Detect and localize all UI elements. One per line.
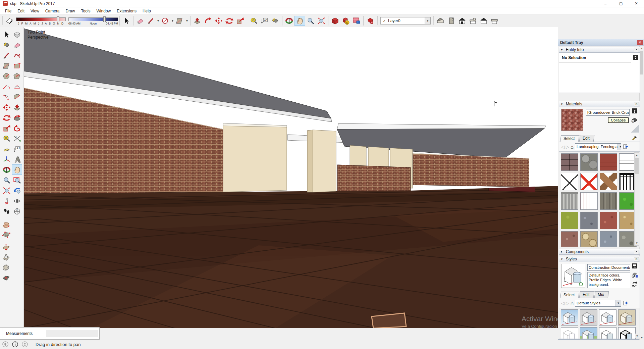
select-tool-icon[interactable] <box>1 29 12 40</box>
dropdown-arrow-icon[interactable]: ▼ <box>618 144 621 150</box>
materials-collection-dropdown[interactable]: Landscaping, Fencing a ▼ <box>575 143 621 150</box>
menu-camera[interactable]: Camera <box>42 8 63 14</box>
swatch-weathered-plank[interactable] <box>600 192 617 210</box>
view-front-icon[interactable] <box>457 16 468 26</box>
swatch-grass-olive[interactable] <box>561 212 578 229</box>
3d-text-tool-icon[interactable] <box>12 154 22 164</box>
walk-tool-icon[interactable] <box>1 206 12 216</box>
shadows-toggle-icon[interactable] <box>4 16 15 26</box>
menu-window[interactable]: Window <box>94 8 114 14</box>
shadow-time-handle[interactable] <box>103 16 106 22</box>
create-material-icon[interactable]: + <box>631 117 638 124</box>
swatch-safety-fence[interactable] <box>580 173 598 190</box>
paint-bucket-tool-icon[interactable] <box>1 40 12 50</box>
scroll-up-icon[interactable]: ▲ <box>640 46 644 51</box>
scale-tool-icon[interactable] <box>1 123 12 133</box>
two-point-arc-tool-icon[interactable] <box>12 81 22 92</box>
home-icon[interactable]: ⌂ <box>571 144 574 150</box>
dropdown-arrow-icon[interactable]: ▼ <box>615 300 621 306</box>
shadow-date-handle[interactable] <box>57 16 59 22</box>
maximize-button[interactable]: ▢ <box>613 0 629 7</box>
forward-arrow-icon[interactable]: ▷ <box>566 144 569 149</box>
view-back-icon[interactable] <box>478 16 489 26</box>
style-sketchy-white[interactable] <box>561 327 578 339</box>
menu-tools[interactable]: Tools <box>78 8 94 14</box>
rectangle-tool-dropdown-icon[interactable]: ▼ <box>185 16 189 26</box>
scroll-down-icon[interactable]: ▼ <box>635 334 639 338</box>
follow-me-tool-icon[interactable] <box>203 16 213 26</box>
home-icon[interactable]: ⌂ <box>571 300 574 306</box>
styles-tab-edit[interactable]: Edit <box>579 291 594 298</box>
pan-tool-icon[interactable] <box>12 164 22 175</box>
stamp-tool-icon[interactable] <box>1 252 11 262</box>
arc-tool-icon[interactable] <box>1 81 12 92</box>
details-arrow-icon[interactable] <box>623 143 629 150</box>
swatch-white-picket[interactable] <box>580 192 598 210</box>
add-detail-tool-icon[interactable] <box>1 272 11 283</box>
paint-bucket-tool-icon[interactable] <box>270 16 281 26</box>
style-grey-background[interactable] <box>580 309 597 326</box>
swatch-grey-wood-fence[interactable] <box>561 192 578 210</box>
dimensions-tool-icon[interactable]: 3 <box>12 133 22 144</box>
create-style-icon[interactable]: + <box>631 272 638 279</box>
toggle-details-icon[interactable] <box>633 55 638 61</box>
tray-title-bar[interactable]: Default Tray ✕ <box>558 39 644 46</box>
close-button[interactable]: ✕ <box>629 0 644 7</box>
user-icon[interactable] <box>21 341 28 348</box>
view-left-icon[interactable] <box>489 16 500 26</box>
zoom-tool-icon[interactable] <box>1 175 12 185</box>
style-preview[interactable] <box>561 264 585 288</box>
swatch-crushed-pink[interactable] <box>561 231 578 247</box>
swatch-red-brick[interactable] <box>600 153 617 171</box>
shadow-time-slider[interactable]: 06:43 AM Noon 04:45 PM <box>68 16 118 25</box>
menu-extensions[interactable]: Extensions <box>114 8 140 14</box>
minimize-button[interactable]: – <box>598 0 613 7</box>
orbit-tool-icon[interactable] <box>284 16 294 26</box>
smoove-tool-icon[interactable] <box>1 242 11 252</box>
look-around-tool-icon[interactable] <box>12 196 22 206</box>
zoom-extents-tool-icon[interactable] <box>1 185 12 196</box>
scroll-down-icon[interactable]: ▼ <box>635 241 639 245</box>
rectangle-tool-icon[interactable] <box>174 16 185 26</box>
materials-header[interactable]: ▼ Materials ✕ <box>559 101 640 107</box>
circle-tool-icon[interactable] <box>1 71 12 81</box>
components-close-icon[interactable]: ✕ <box>634 250 639 254</box>
arc-tool-dropdown-icon[interactable]: ▼ <box>171 16 174 26</box>
swatch-pebbles[interactable] <box>580 231 598 247</box>
swatch-wood-cross[interactable] <box>600 173 617 190</box>
swatch-gravel-blue[interactable] <box>600 231 617 247</box>
from-contours-tool-icon[interactable] <box>1 220 11 230</box>
tray-scroll-thumb[interactable] <box>640 51 643 74</box>
tray-close-icon[interactable]: ✕ <box>637 40 643 45</box>
toolbar-grip[interactable] <box>1 16 3 25</box>
styles-collection-dropdown[interactable]: Default Styles ▼ <box>575 300 621 307</box>
swatch-grey-cobblestone[interactable] <box>580 153 598 171</box>
style-sky-background[interactable] <box>561 309 578 326</box>
model-viewport[interactable]: Two Point Perspective <box>24 27 558 328</box>
from-scratch-tool-icon[interactable] <box>1 230 11 240</box>
styles-header[interactable]: ▼ Styles ✕ <box>559 256 640 262</box>
zoom-tool-icon[interactable] <box>305 16 316 26</box>
swatch-gravel-grey[interactable] <box>580 212 598 229</box>
styles-close-icon[interactable]: ✕ <box>634 257 639 261</box>
expand-arrow-icon[interactable]: ► <box>560 250 564 253</box>
axes-tool-icon[interactable] <box>1 154 12 164</box>
toolbar-grip[interactable] <box>433 16 435 25</box>
style-sky-and-ground[interactable] <box>580 327 597 339</box>
material-name-field[interactable]: [Groundcover Brick Crushe <box>586 109 630 116</box>
update-style-icon[interactable] <box>632 281 638 289</box>
move-tool-icon[interactable] <box>1 102 12 112</box>
back-arrow-icon[interactable]: ◁ <box>561 301 565 306</box>
secondary-pane-icon[interactable] <box>632 108 637 115</box>
components-header[interactable]: ► Components ✕ <box>559 249 640 255</box>
materials-tab-edit[interactable]: Edit <box>579 135 594 142</box>
details-arrow-icon[interactable] <box>623 300 629 306</box>
freehand-tool-icon[interactable] <box>12 50 22 60</box>
line-tool-icon[interactable] <box>146 16 156 26</box>
select-tool-icon[interactable] <box>121 16 132 26</box>
zoom-previous-tool-icon[interactable] <box>12 185 22 196</box>
forward-arrow-icon[interactable]: ▷ <box>566 301 569 306</box>
materials-scrollbar[interactable]: ▲ ▼ <box>634 152 639 246</box>
zoom-window-tool-icon[interactable] <box>12 175 22 185</box>
pie-tool-icon[interactable] <box>12 92 22 102</box>
